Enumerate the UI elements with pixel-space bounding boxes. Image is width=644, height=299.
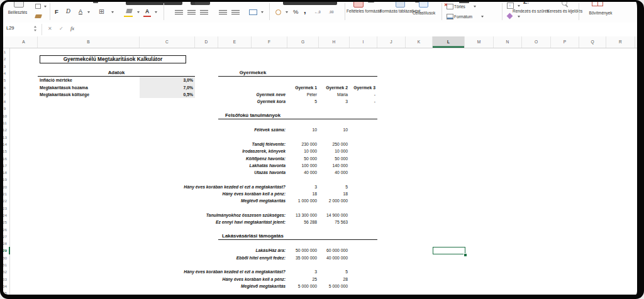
cell-H17[interactable]: 140 000	[319, 162, 350, 169]
cell-B30[interactable]: Ebből hitel ennyit fedez:	[38, 254, 287, 261]
cell-H8[interactable]: 3	[319, 98, 350, 105]
sheet-grid[interactable]: Gyermekcélú Megtakarítások KalkulátorAda…	[0, 0, 644, 299]
cell-C6[interactable]: 7,0%	[140, 84, 195, 91]
cell-H18[interactable]: 40 000	[319, 169, 350, 176]
cell-G32[interactable]: 3	[287, 268, 319, 275]
section-underline	[218, 76, 377, 77]
cell-I8[interactable]: -	[350, 98, 377, 105]
cell-H15[interactable]: 10 000	[319, 148, 350, 155]
fill-handle[interactable]	[464, 253, 467, 257]
cell-G16[interactable]: 50 000	[287, 155, 319, 162]
cell-B6[interactable]: Megtakarítások hozama	[38, 84, 140, 91]
cell-C7[interactable]: 0,5%	[140, 91, 195, 98]
cell-D17[interactable]: Lakhatás havonta	[195, 162, 287, 169]
excel-window: Beillesztés F D A ⊞ A % , ←,0 ,00	[0, 0, 644, 299]
cell-G25[interactable]: 56 288	[287, 219, 319, 226]
cell-H22[interactable]: 2 000 000	[319, 197, 350, 204]
cell-H21[interactable]: 18	[319, 190, 350, 197]
cell-B21[interactable]: Hány éves korában kell a pénz:	[38, 190, 287, 197]
cell-B25[interactable]: Ez ennyi havi megtakarítást jelent:	[38, 219, 287, 226]
cell-H34[interactable]: 5 000 000	[319, 283, 350, 290]
cell-H20[interactable]: 5	[319, 183, 350, 190]
cell-G18[interactable]: 40 000	[287, 169, 319, 176]
cell-B20[interactable]: Hány éves korában kezded el ezt a megtak…	[38, 183, 287, 190]
cell-H24[interactable]: 14 900 000	[319, 212, 350, 219]
cell-G21[interactable]: 18	[287, 190, 319, 197]
cell-H33[interactable]: 28	[319, 276, 350, 283]
cell-H30[interactable]: 40 000 000	[319, 254, 350, 261]
cell-G14[interactable]: 230 000	[287, 141, 319, 148]
cell-I6[interactable]: Gyermek 3	[350, 84, 377, 91]
cell-D15[interactable]: Irodaszerek, könyvek	[195, 148, 287, 155]
cell-D14[interactable]: Tandíj félévente:	[195, 141, 287, 148]
cell-H7[interactable]: Mária	[319, 91, 350, 98]
cell-G29[interactable]: 50 000 000	[287, 247, 319, 254]
cell-G30[interactable]: 35 000 000	[287, 254, 319, 261]
sheet-title-box[interactable]: Gyermekcélú Megtakarítások Kalkulátor	[40, 55, 186, 63]
cell-B33[interactable]: Hány éves korában kell a pénz:	[38, 276, 287, 283]
cell-G8[interactable]: 5	[287, 98, 319, 105]
cell-G22[interactable]: 1 000 000	[287, 197, 319, 204]
cell-B24[interactable]: Tanulmányokhoz összesen szükséges:	[38, 212, 287, 219]
cell-B7[interactable]: Megtakarítások költsége	[38, 91, 140, 98]
cell-B29[interactable]: Lakás/Ház ára:	[38, 247, 287, 254]
cell-D16[interactable]: Költőpénz havonta:	[195, 155, 287, 162]
cell-C5[interactable]: 3,0%	[140, 77, 195, 84]
cell-G17[interactable]: 100 000	[287, 162, 319, 169]
section-underline	[218, 119, 377, 120]
cell-H29[interactable]: 60 000 000	[319, 247, 350, 254]
cell-H16[interactable]: 50 000	[319, 155, 350, 162]
selected-cell[interactable]	[433, 247, 465, 255]
cell-I7[interactable]: -	[350, 91, 377, 98]
cell-B22[interactable]: Meglévő megtakarítás	[38, 197, 287, 204]
cell-G15[interactable]: 10 000	[287, 148, 319, 155]
cell-B32[interactable]: Hány éves korában kezded el ezt a megtak…	[38, 268, 287, 275]
cell-H12[interactable]: 10	[319, 126, 350, 133]
cell-H6[interactable]: Gyermek 2	[319, 84, 350, 91]
cell-H32[interactable]: 5	[319, 268, 350, 275]
cell-H25[interactable]: 75 563	[319, 219, 350, 226]
cell-E7[interactable]: Gyermek neve	[218, 91, 287, 98]
cell-B5[interactable]: Infláció mértéke	[38, 77, 140, 84]
cell-G6[interactable]: Gyermek 1	[287, 84, 319, 91]
cell-G20[interactable]: 3	[287, 183, 319, 190]
cell-G7[interactable]: Péter	[287, 91, 319, 98]
cell-G34[interactable]: 5 000 000	[287, 283, 319, 290]
cell-G33[interactable]: 25	[287, 276, 319, 283]
cell-D18[interactable]: Utazás havonta	[195, 169, 287, 176]
cell-D12[interactable]: Félévek száma:	[195, 126, 287, 133]
cell-G24[interactable]: 13 300 000	[287, 212, 319, 219]
cell-H14[interactable]: 250 000	[319, 141, 350, 148]
cell-G12[interactable]: 10	[287, 126, 319, 133]
cell-E8[interactable]: Gyermek kora	[218, 98, 287, 105]
section-underline	[218, 239, 377, 241]
cell-B34[interactable]: Meglévő megtakarítás	[38, 283, 287, 290]
